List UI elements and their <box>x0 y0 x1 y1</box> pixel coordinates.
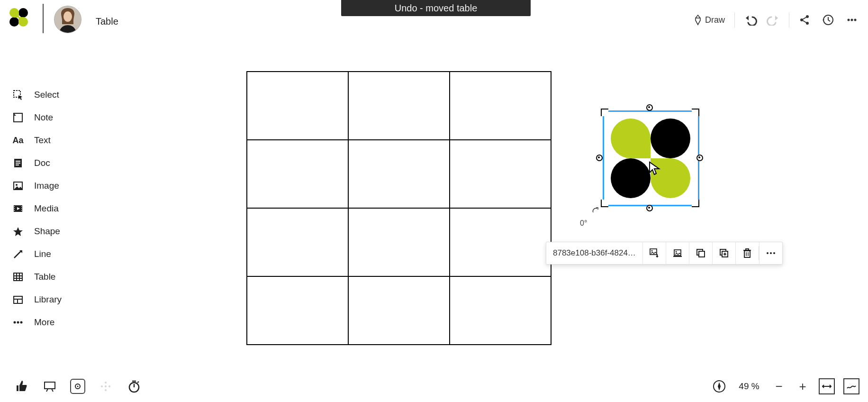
svg-point-58 <box>767 252 769 254</box>
svg-rect-55 <box>746 249 749 250</box>
svg-point-1 <box>9 17 19 27</box>
avatar[interactable] <box>54 6 81 33</box>
selected-image[interactable] <box>603 110 699 206</box>
like-button[interactable] <box>13 378 29 394</box>
resize-handle-br[interactable] <box>692 200 699 207</box>
app-logo[interactable] <box>9 7 29 28</box>
svg-point-45 <box>675 251 677 253</box>
share-button[interactable] <box>794 9 815 30</box>
svg-point-69 <box>105 389 107 391</box>
svg-rect-53 <box>744 251 750 257</box>
crop-image-button[interactable] <box>666 242 689 264</box>
resize-handle-tr[interactable] <box>692 109 699 116</box>
delete-button[interactable] <box>735 242 759 264</box>
undo-button[interactable] <box>740 9 760 30</box>
context-more-button[interactable] <box>759 242 782 264</box>
compass-button[interactable] <box>712 379 727 394</box>
draw-button[interactable]: Draw <box>689 9 730 30</box>
timer-button[interactable] <box>126 378 142 394</box>
grid-dots-button[interactable] <box>98 378 114 394</box>
svg-rect-48 <box>699 251 705 257</box>
resize-handle-left[interactable] <box>596 155 603 161</box>
svg-point-40 <box>651 119 690 158</box>
draw-label: Draw <box>705 15 725 25</box>
svg-rect-42 <box>650 249 657 255</box>
svg-point-3 <box>63 11 72 22</box>
svg-point-70 <box>105 385 107 387</box>
svg-rect-61 <box>45 382 55 389</box>
resize-handle-right[interactable] <box>696 155 703 161</box>
svg-point-43 <box>651 250 652 252</box>
svg-point-66 <box>105 382 107 384</box>
cursor-icon <box>649 161 661 175</box>
svg-line-74 <box>137 382 139 383</box>
copy-button[interactable] <box>689 242 712 264</box>
selection-context-toolbar: 8783e108-b36f-4824… <box>546 242 783 265</box>
svg-point-67 <box>101 385 103 387</box>
separator <box>789 12 789 27</box>
svg-point-65 <box>77 386 79 387</box>
canvas[interactable]: 0° 8783e108-b36f-4824… <box>0 38 868 374</box>
svg-point-9 <box>851 19 853 21</box>
zoom-percent[interactable]: 49 % <box>735 381 763 392</box>
canvas-table[interactable] <box>246 71 552 345</box>
download-image-button[interactable] <box>642 242 666 264</box>
separator <box>734 12 735 27</box>
resize-handle-bl[interactable] <box>601 200 608 207</box>
resize-handle-bottom[interactable] <box>646 205 653 211</box>
svg-rect-44 <box>674 250 681 256</box>
zoom-out-button[interactable]: − <box>771 379 787 394</box>
redo-button[interactable] <box>763 9 784 30</box>
toast-text: Undo - moved table <box>395 3 478 14</box>
svg-point-41 <box>611 158 651 198</box>
fit-width-button[interactable] <box>819 378 835 394</box>
svg-point-59 <box>770 252 772 254</box>
page-title[interactable]: Table <box>96 16 118 27</box>
rotate-handle[interactable] <box>592 207 599 213</box>
resize-handle-tl[interactable] <box>601 109 608 116</box>
svg-point-68 <box>108 385 110 387</box>
present-button[interactable] <box>42 378 58 394</box>
svg-point-8 <box>848 19 850 21</box>
more-menu-button[interactable] <box>841 9 862 30</box>
selection-filename[interactable]: 8783e108-b36f-4824… <box>546 248 642 258</box>
undo-toast: Undo - moved table <box>341 0 531 16</box>
resize-handle-top[interactable] <box>646 104 653 111</box>
zoom-in-button[interactable]: + <box>795 379 810 394</box>
rotation-label: 0° <box>580 219 587 228</box>
frame-button[interactable] <box>70 379 85 394</box>
duplicate-button[interactable] <box>712 242 735 264</box>
header-divider <box>43 4 44 33</box>
svg-point-10 <box>854 19 857 21</box>
history-button[interactable] <box>818 9 839 30</box>
svg-point-0 <box>18 8 28 18</box>
minimap-button[interactable] <box>843 378 859 394</box>
svg-point-60 <box>773 252 775 254</box>
